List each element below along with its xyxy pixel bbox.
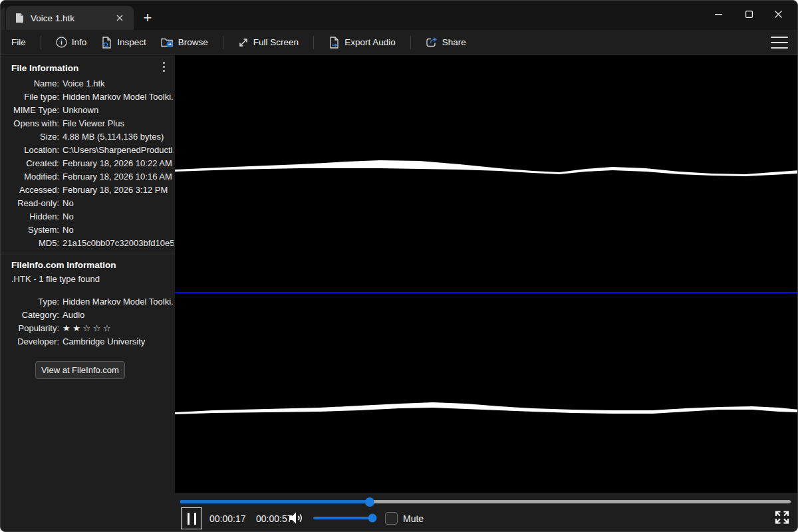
info-row-created: Created:February 18, 2026 10:22 AM (1, 156, 174, 170)
info-row-opens-with: Opens with:File Viewer Plus (1, 116, 174, 130)
mute-checkbox[interactable] (385, 512, 398, 525)
total-time: 00:00:57 (256, 513, 293, 524)
browse-label: Browse (178, 37, 208, 47)
file-icon (15, 13, 24, 23)
document-tab[interactable]: Voice 1.htk (6, 6, 134, 30)
share-label: Share (442, 37, 466, 47)
info-row-location: Location:C:\Users\SharpenedProducti... (1, 143, 174, 156)
waveform-channel-left (175, 160, 798, 176)
expand-fullscreen-icon[interactable] (773, 509, 791, 529)
section-divider (1, 253, 175, 253)
waveform-svg (175, 55, 798, 493)
pause-button[interactable] (181, 507, 202, 529)
fileinfo-com-title: FileInfo.com Information (11, 260, 116, 270)
seek-progress (180, 500, 370, 503)
seek-thumb[interactable] (365, 497, 374, 507)
info-row-system: System:No (1, 223, 174, 236)
inspect-button[interactable]: Inspect (101, 37, 146, 49)
file-information-rows: Name:Voice 1.htk File type:Hidden Markov… (1, 76, 174, 249)
browse-button[interactable]: Browse (161, 37, 208, 48)
info-row-name: Name:Voice 1.htk (1, 76, 174, 90)
info-row-accessed: Accessed:February 18, 2026 3:12 PM (1, 183, 174, 196)
info-row-developer: Developer:Cambridge University (1, 334, 174, 348)
app-window: Voice 1.htk + File Info (0, 0, 798, 532)
menu-icon[interactable] (771, 36, 788, 49)
view-at-fileinfo-button[interactable]: View at FileInfo.com (35, 361, 125, 379)
info-row-md5: MD5:21a15c0bb07c32003bfd10e55... (1, 236, 174, 249)
info-row-popularity: Popularity:★ ★ ☆ ☆ ☆ (1, 321, 174, 334)
volume-icon[interactable] (288, 511, 304, 528)
window-minimize-button[interactable] (703, 1, 733, 27)
info-row-modified: Modified:February 18, 2026 10:16 AM (1, 170, 174, 183)
title-bar: Voice 1.htk + (1, 1, 797, 30)
tab-close-icon[interactable] (114, 12, 126, 24)
info-row-size: Size:4.88 MB (5,114,136 bytes) (1, 130, 174, 143)
file-menu[interactable]: File (11, 37, 26, 47)
tab-strip-edge (1, 7, 5, 30)
full-screen-button[interactable]: Full Screen (238, 37, 299, 48)
full-screen-label: Full Screen (253, 37, 299, 47)
info-icon (56, 37, 67, 48)
info-row-mime-type: MIME Type:Unknown (1, 103, 174, 116)
fileinfo-com-rows: Type:Hidden Markov Model Toolki... Categ… (1, 295, 174, 348)
toolbar-separator (313, 36, 314, 49)
popularity-stars: ★ ★ ☆ ☆ ☆ (63, 323, 174, 333)
fileinfo-com-subtitle: .HTK - 1 file type found (11, 274, 100, 284)
mute-label: Mute (403, 513, 424, 524)
player-bar: 00:00:17 00:00:57 Mute (175, 493, 797, 531)
info-row-file-type: File type:Hidden Markov Model Toolki... (1, 90, 174, 103)
browse-icon (161, 37, 174, 48)
toolbar-separator (41, 36, 41, 49)
inspect-icon (101, 37, 112, 49)
waveform-display (175, 55, 797, 493)
info-row-category: Category:Audio (1, 308, 174, 321)
share-icon (426, 37, 438, 48)
export-audio-button[interactable]: Export Audio (329, 37, 396, 49)
seek-bar[interactable] (180, 500, 791, 503)
export-audio-icon (329, 37, 340, 49)
inspect-label: Inspect (117, 37, 146, 47)
share-button[interactable]: Share (426, 37, 466, 48)
window-close-button[interactable] (763, 1, 793, 27)
file-menu-label: File (11, 37, 26, 47)
new-tab-button[interactable]: + (138, 8, 158, 28)
info-row-read-only: Read-only:No (1, 196, 174, 209)
info-label: Info (72, 37, 87, 47)
window-maximize-button[interactable] (733, 1, 764, 27)
volume-slider[interactable] (313, 517, 376, 519)
more-options-icon[interactable] (158, 59, 170, 74)
info-row-hidden: Hidden:No (1, 209, 174, 223)
volume-thumb[interactable] (368, 514, 377, 523)
channel-separator-line (175, 292, 798, 293)
toolbar-separator (410, 36, 411, 49)
info-sidebar: File Information Name:Voice 1.htk File t… (1, 56, 175, 531)
current-time: 00:00:17 (209, 513, 246, 524)
info-button[interactable]: Info (56, 37, 87, 48)
full-screen-icon (238, 37, 249, 48)
toolbar: File Info Inspect (1, 30, 797, 55)
toolbar-separator (223, 36, 223, 49)
export-audio-label: Export Audio (344, 37, 396, 47)
waveform-channel-right (175, 402, 798, 414)
tab-title: Voice 1.htk (31, 13, 74, 23)
info-row-type: Type:Hidden Markov Model Toolki... (1, 295, 174, 308)
file-information-title: File Information (11, 63, 78, 73)
